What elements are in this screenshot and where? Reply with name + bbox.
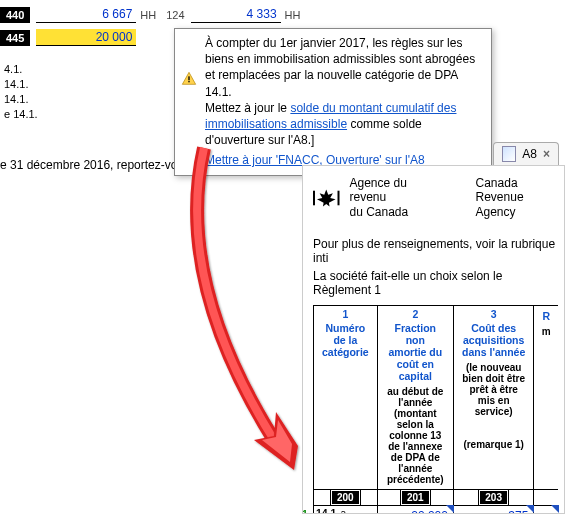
callout-arrow xyxy=(164,140,324,490)
agency-en: Canada RevenueAgency xyxy=(476,176,558,219)
field-440-suffix: HH xyxy=(140,9,156,21)
row-index: 1 xyxy=(302,508,308,514)
field-code-445: 445 xyxy=(0,30,30,46)
tab-a8[interactable]: A8 × xyxy=(493,142,559,165)
field-124-suffix: HH xyxy=(285,9,301,21)
c3-input[interactable] xyxy=(455,507,532,514)
table-row[interactable]: 1 14.1-a xyxy=(314,506,559,514)
cca-table: 1Numéro de la catégorie 2Fraction non am… xyxy=(313,305,558,514)
col-code-203: 203 xyxy=(479,490,508,505)
warning-icon xyxy=(181,71,197,87)
svg-rect-2 xyxy=(313,190,315,205)
col-code-201: 201 xyxy=(401,490,430,505)
left-context-lines: 4.1. 14.1. 14.1. e 14.1. xyxy=(4,62,38,122)
agency-fr: Agence du revenudu Canada xyxy=(350,176,436,219)
field-code-440: 440 xyxy=(0,7,30,23)
diagnostic-tooltip: À compter du 1er janvier 2017, les règle… xyxy=(174,28,492,176)
maple-leaf-icon xyxy=(313,187,340,209)
field-440-input[interactable] xyxy=(36,6,136,23)
info-line-1: Pour plus de renseignements, voir la rub… xyxy=(313,237,558,265)
svg-rect-3 xyxy=(338,190,340,205)
field-445-input[interactable] xyxy=(36,29,136,46)
c2-input[interactable] xyxy=(379,507,452,514)
sheet-icon xyxy=(502,146,516,162)
tab-label: A8 xyxy=(522,147,537,161)
info-line-2: La société fait-elle un choix selon le R… xyxy=(313,269,558,297)
svg-marker-5 xyxy=(262,420,292,462)
form-a8-panel: Agence du revenudu Canada Canada Revenue… xyxy=(302,165,565,514)
svg-marker-4 xyxy=(254,412,298,470)
field-124-input[interactable] xyxy=(191,6,281,23)
svg-rect-0 xyxy=(188,76,189,80)
corner-icon xyxy=(551,505,559,513)
svg-rect-1 xyxy=(188,81,189,82)
close-icon[interactable]: × xyxy=(543,147,550,161)
field-440-sub: 124 xyxy=(166,9,184,21)
col-code-200: 200 xyxy=(331,490,360,505)
